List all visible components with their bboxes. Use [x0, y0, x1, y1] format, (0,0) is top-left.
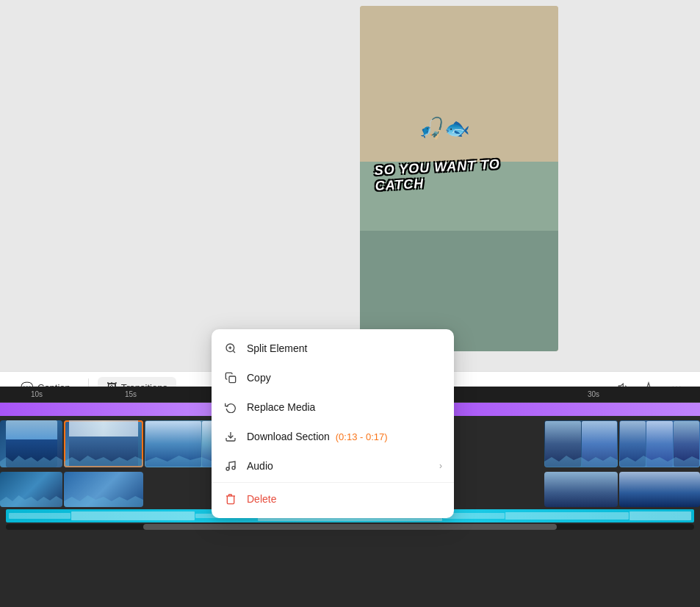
video-preview-inner: 🎣🐟 SO YOU WANT TO CATCH [360, 6, 558, 351]
ruler-mark-15s: 15s [125, 390, 137, 398]
scrollbar-thumb[interactable] [143, 524, 556, 530]
clip-b2[interactable] [64, 472, 143, 507]
clip-5[interactable] [619, 420, 700, 467]
menu-item-copy[interactable]: Copy [212, 363, 454, 392]
menu-item-split-label: Split Element [247, 342, 442, 354]
copy-icon [223, 370, 238, 385]
menu-item-delete[interactable]: Delete [212, 484, 454, 514]
ruler-mark-10s: 10s [31, 390, 43, 398]
video-preview: 🎣🐟 SO YOU WANT TO CATCH [360, 6, 558, 351]
clip-4[interactable] [544, 420, 618, 467]
menu-item-audio[interactable]: Audio › [212, 451, 454, 481]
menu-item-replace[interactable]: Replace Media [212, 392, 454, 422]
clip-b1-wave [0, 492, 62, 507]
clip-b5[interactable] [619, 472, 700, 507]
menu-item-audio-label: Audio [247, 460, 430, 472]
svg-rect-8 [229, 376, 236, 383]
menu-item-download-label: Download Section (0:13 - 0:17) [247, 431, 442, 442]
clip-b2-wave [64, 492, 143, 507]
clip-1[interactable] [0, 420, 62, 467]
timeline-scrollbar[interactable] [6, 524, 694, 530]
menu-item-copy-label: Copy [247, 372, 442, 384]
menu-item-delete-label: Delete [247, 493, 442, 505]
clip-b4[interactable] [544, 472, 618, 507]
download-time-range: (0:13 - 0:17) [336, 431, 388, 442]
trash-icon [223, 492, 238, 506]
menu-divider [212, 482, 454, 483]
audio-icon [223, 459, 238, 473]
menu-item-replace-label: Replace Media [247, 401, 442, 413]
audio-submenu-arrow: › [439, 461, 442, 471]
ruler-mark-30s: 30s [588, 390, 599, 398]
replace-icon [223, 400, 238, 414]
context-menu: Split Element Copy Replace Media [212, 329, 454, 518]
video-caption-overlay: SO YOU WANT TO CATCH [374, 154, 544, 194]
svg-point-11 [232, 467, 235, 470]
clip-b1[interactable] [0, 472, 62, 507]
svg-point-10 [226, 467, 229, 470]
clip-2-selected[interactable] [64, 420, 143, 467]
split-icon [223, 341, 238, 356]
svg-line-5 [233, 351, 235, 353]
menu-item-split[interactable]: Split Element [212, 334, 454, 363]
fishing-sticker: 🎣🐟 [419, 116, 470, 140]
download-icon [223, 429, 238, 444]
menu-item-download[interactable]: Download Section (0:13 - 0:17) [212, 422, 454, 451]
